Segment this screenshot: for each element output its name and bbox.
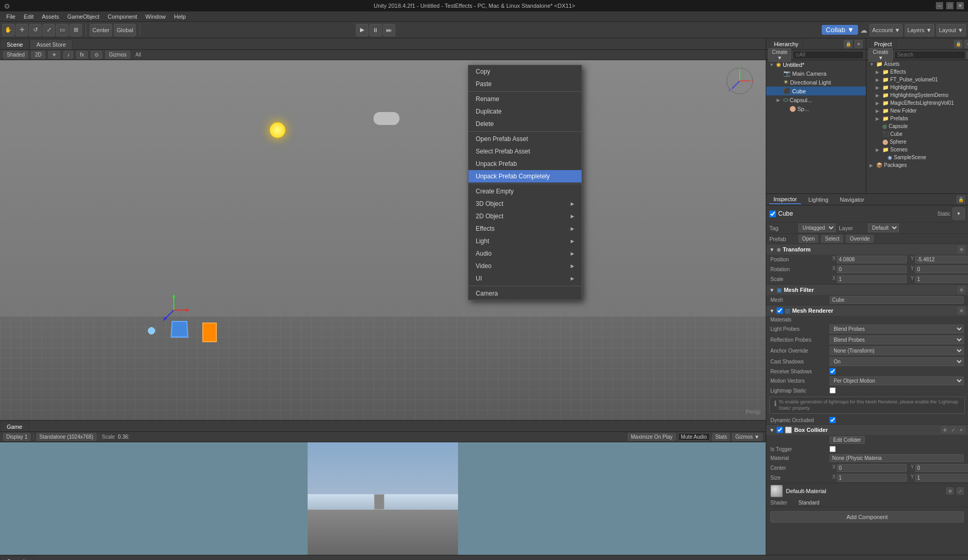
lightmap-static-checkbox[interactable] xyxy=(829,387,836,394)
hierarchy-tab[interactable]: Hierarchy xyxy=(769,39,803,48)
navigator-tab[interactable]: Navigator xyxy=(836,195,868,204)
ctx-3d-object[interactable]: 3D Object xyxy=(468,198,582,210)
step-button[interactable]: ⏭ xyxy=(383,24,395,36)
motion-vectors-value[interactable]: Per Object Motion xyxy=(829,376,964,385)
center-x[interactable] xyxy=(837,464,907,472)
inspector-lock-btn[interactable]: 🔒 xyxy=(957,195,965,204)
tab-asset-store[interactable]: Asset Store xyxy=(30,39,73,49)
hier-item-sphere[interactable]: ⬤ Sp... xyxy=(766,104,866,113)
collab-button[interactable]: Collab ▼ xyxy=(822,25,859,35)
collider-menu-icon[interactable]: ≡ xyxy=(958,426,965,433)
proj-effects[interactable]: ▶ 📁 Effects xyxy=(866,68,968,76)
scale-x[interactable] xyxy=(837,275,907,283)
collider-settings-icon[interactable]: ⚙ xyxy=(941,426,948,433)
account-button[interactable]: Account ▼ xyxy=(869,24,903,36)
2d-button[interactable]: 2D xyxy=(31,51,45,59)
inspector-tab[interactable]: Inspector xyxy=(769,195,801,204)
size-x[interactable] xyxy=(837,474,907,482)
proj-capsule[interactable]: ◎ Capsule xyxy=(866,122,968,130)
menu-assets[interactable]: Assets xyxy=(38,12,63,21)
is-trigger-checkbox[interactable] xyxy=(829,446,836,452)
maximize-button[interactable]: □ xyxy=(946,2,953,9)
material-expand-icon[interactable]: ⤢ xyxy=(957,487,964,495)
position-y[interactable] xyxy=(915,256,968,263)
ctx-copy[interactable]: Copy xyxy=(468,65,582,78)
ctx-audio[interactable]: Audio xyxy=(468,247,582,260)
mesh-renderer-header[interactable]: ▼ ▤ Mesh Renderer ⚙ xyxy=(766,305,968,316)
proj-assets[interactable]: ▼ 📁 Assets xyxy=(866,60,968,68)
size-y[interactable] xyxy=(915,474,968,482)
project-create-btn[interactable]: Create ▼ xyxy=(868,48,893,62)
scene-camera-btn[interactable]: ⊙ xyxy=(91,51,102,59)
position-x[interactable] xyxy=(837,256,907,263)
pivot-button[interactable]: Center xyxy=(90,24,112,36)
project-search[interactable] xyxy=(894,51,965,59)
hier-item-camera[interactable]: 📷 Main Camera xyxy=(766,69,866,78)
menu-help[interactable]: Help xyxy=(170,12,190,21)
prefab-override-btn[interactable]: Override xyxy=(846,235,873,243)
proj-sphere[interactable]: ⬤ Sphere xyxy=(866,138,968,146)
fx-toggle[interactable]: fx xyxy=(76,51,88,59)
hier-item-cube[interactable]: ⬛ Cube xyxy=(766,87,866,95)
collider-enabled-checkbox[interactable] xyxy=(777,427,783,433)
ctx-duplicate[interactable]: Duplicate xyxy=(468,105,582,118)
reflection-probes-value[interactable]: Blend Probes xyxy=(829,335,964,344)
renderer-menu[interactable]: ⚙ xyxy=(958,307,965,314)
transform-gizmo[interactable] xyxy=(153,289,195,332)
menu-edit[interactable]: Edit xyxy=(20,12,38,21)
ctx-paste[interactable]: Paste xyxy=(468,78,582,90)
edit-collider-btn[interactable]: Edit Collider xyxy=(829,436,865,444)
ctx-create-empty[interactable]: Create Empty xyxy=(468,185,582,198)
hierarchy-menu-btn[interactable]: ≡ xyxy=(854,40,863,48)
hier-item-light[interactable]: ☀ Directional Light xyxy=(766,78,866,87)
static-dropdown[interactable]: ▼ xyxy=(952,207,965,220)
transform-menu-icon[interactable]: ⚙ xyxy=(958,246,965,253)
space-button[interactable]: Global xyxy=(114,24,136,36)
ctx-video[interactable]: Video xyxy=(468,260,582,272)
mute-audio-btn[interactable]: Mute Audio xyxy=(678,433,710,441)
transform-tool[interactable]: ⊞ xyxy=(70,24,82,36)
audio-toggle[interactable]: ♪ xyxy=(63,51,73,59)
rotation-y[interactable] xyxy=(915,265,968,273)
console-tab[interactable]: Console xyxy=(0,556,34,560)
hierarchy-create-btn[interactable]: Create ▼ xyxy=(768,48,791,62)
hierarchy-lock-btn[interactable]: 🔒 xyxy=(844,40,852,48)
minimize-button[interactable]: ─ xyxy=(936,2,943,9)
ctx-rename[interactable]: Rename xyxy=(468,93,582,105)
menu-window[interactable]: Window xyxy=(141,12,170,21)
display-selector[interactable]: Display 1 xyxy=(3,433,31,441)
resolution-selector[interactable]: Standalone (1024x768) xyxy=(36,433,96,441)
box-collider-header[interactable]: ▼ ⬜ Box Collider ⚙ ⤢ ≡ xyxy=(766,425,968,435)
move-tool[interactable]: ✛ xyxy=(16,24,28,36)
close-button[interactable]: ✕ xyxy=(957,2,964,9)
lighting-toggle[interactable]: ☀ xyxy=(48,51,60,59)
pause-button[interactable]: ⏸ xyxy=(369,24,382,36)
hier-item-capsule[interactable]: ▶ ⬭ Capsul... xyxy=(766,95,866,104)
proj-highlighting[interactable]: ▶ 📁 Highlighting xyxy=(866,83,968,91)
meshfilter-menu[interactable]: ⚙ xyxy=(958,286,965,293)
proj-prefabs[interactable]: ▶ 📁 Prefabs xyxy=(866,115,968,122)
receive-shadows-checkbox[interactable] xyxy=(829,368,836,374)
ctx-2d-object[interactable]: 2D Object xyxy=(468,210,582,222)
game-gizmos-btn[interactable]: Gizmos ▼ xyxy=(732,433,763,441)
ctx-unpack-prefab[interactable]: Unpack Prefab xyxy=(468,158,582,170)
ctx-ui[interactable]: UI xyxy=(468,272,582,285)
play-button[interactable]: ▶ xyxy=(356,24,368,36)
center-y[interactable] xyxy=(915,464,968,472)
anchor-override-value[interactable]: None (Transform) xyxy=(829,346,964,355)
light-probes-value[interactable]: Blend Probes xyxy=(829,325,964,333)
layout-button[interactable]: Layout ▼ xyxy=(936,24,966,36)
menu-component[interactable]: Component xyxy=(103,12,141,21)
tab-game[interactable]: Game xyxy=(0,422,29,431)
ctx-open-prefab[interactable]: Open Prefab Asset xyxy=(468,133,582,145)
ctx-camera[interactable]: Camera xyxy=(468,287,582,300)
dynamic-occluded-checkbox[interactable] xyxy=(829,417,836,423)
ctx-delete[interactable]: Delete xyxy=(468,118,582,130)
proj-ft-pulse[interactable]: ▶ 📁 FT_Pulse_volume01 xyxy=(866,76,968,83)
proj-highlight-demo[interactable]: ▶ 📁 HighlightingSystemDemo xyxy=(866,91,968,99)
proj-new-folder[interactable]: ▶ 📁 New Folder xyxy=(866,107,968,115)
menu-file[interactable]: File xyxy=(2,12,20,21)
proj-cube[interactable]: ⬛ Cube xyxy=(866,130,968,138)
proj-magic-effects[interactable]: ▶ 📁 MagicEffectsLightningVol01 xyxy=(866,99,968,107)
scale-tool[interactable]: ⤢ xyxy=(43,24,55,36)
